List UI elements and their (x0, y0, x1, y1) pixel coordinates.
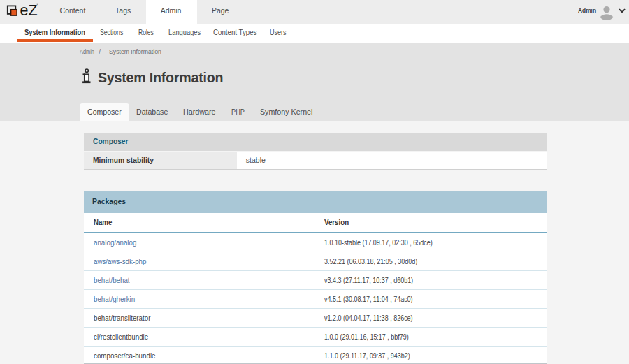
svg-text:eZ: eZ (20, 2, 38, 18)
